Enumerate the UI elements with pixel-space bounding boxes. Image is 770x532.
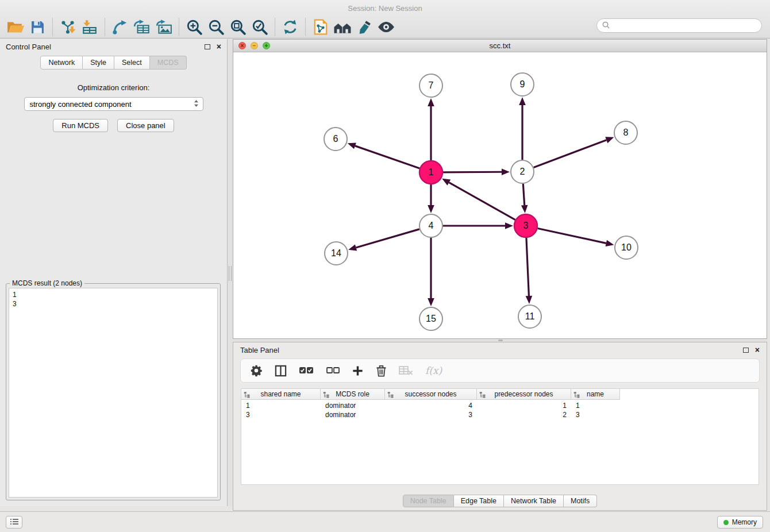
mcds-result-line: 1 xyxy=(9,288,217,299)
toolbar-separator xyxy=(105,18,105,36)
search-box[interactable] xyxy=(596,18,762,33)
export-image-button[interactable] xyxy=(153,17,175,37)
network-window-titlebar[interactable]: × − + scc.txt xyxy=(233,40,767,52)
apply-layout-button[interactable] xyxy=(279,17,301,37)
search-input[interactable] xyxy=(613,22,756,30)
cell-successor: 4 xyxy=(385,402,477,410)
graph-node-3[interactable]: 3 xyxy=(514,214,537,237)
graph-edge-1-2[interactable] xyxy=(443,168,510,175)
graph-edge-4-15[interactable] xyxy=(428,238,434,306)
deselect-all-button[interactable] xyxy=(326,365,340,376)
graph-edge-4-3[interactable] xyxy=(443,222,513,229)
window-titlebar: Session: New Session xyxy=(0,0,770,16)
column-header-predecessor[interactable]: predecessor nodes xyxy=(477,389,571,400)
tab-edge-table[interactable]: Edge Table xyxy=(454,495,504,507)
tab-style[interactable]: Style xyxy=(83,56,114,70)
import-table-button[interactable] xyxy=(79,17,101,37)
graph-node-label: 10 xyxy=(621,242,632,252)
cell-name: 3 xyxy=(571,411,620,419)
vertical-panel-splitter[interactable] xyxy=(228,39,233,506)
first-neighbors-button[interactable] xyxy=(332,17,353,37)
graph-node-2[interactable]: 2 xyxy=(511,160,534,183)
network-graph[interactable]: 7968124314101511 xyxy=(233,52,767,338)
table-row[interactable]: 3dominator323 xyxy=(241,410,759,419)
graph-node-4[interactable]: 4 xyxy=(419,214,442,237)
column-header-mcds_role[interactable]: MCDS role xyxy=(321,389,385,400)
zoom-in-button[interactable] xyxy=(183,17,205,37)
graph-edge-2-3[interactable] xyxy=(521,184,528,213)
graph-node-9[interactable]: 9 xyxy=(511,73,534,96)
select-all-icon xyxy=(299,365,314,376)
open-session-button[interactable] xyxy=(5,17,26,37)
show-column-panel-button[interactable] xyxy=(275,365,287,377)
graph-node-11[interactable]: 11 xyxy=(518,305,541,328)
function-builder-button[interactable]: f(x) xyxy=(425,365,442,376)
zoom-out-button[interactable] xyxy=(205,17,227,37)
minimize-window-button[interactable]: − xyxy=(251,42,258,49)
node-table[interactable]: shared nameMCDS rolesuccessor nodesprede… xyxy=(241,388,759,485)
tab-network[interactable]: Network xyxy=(40,56,83,70)
show-hide-button[interactable] xyxy=(375,17,397,37)
top-bar: Session: New Session xyxy=(0,0,770,38)
refresh-icon xyxy=(282,19,298,35)
graph-edge-3-10[interactable] xyxy=(538,228,614,246)
graph-node-14[interactable]: 14 xyxy=(325,242,348,265)
graph-node-1[interactable]: 1 xyxy=(419,161,442,184)
graph-edge-1-6[interactable] xyxy=(348,142,419,168)
graph-node-7[interactable]: 7 xyxy=(419,74,442,97)
optimization-criterion-select[interactable]: strongly connected component xyxy=(24,97,203,111)
graph-edge-1-4[interactable] xyxy=(428,184,434,213)
plus-icon xyxy=(352,365,364,377)
run-mcds-button[interactable]: Run MCDS xyxy=(53,119,108,132)
attribute-icon xyxy=(479,391,486,398)
export-table-button[interactable] xyxy=(131,17,153,37)
tab-mcds[interactable]: MCDS xyxy=(150,56,187,70)
network-canvas[interactable]: 7968124314101511 xyxy=(233,52,767,338)
annotation-brush-button[interactable] xyxy=(353,17,375,37)
column-header-name[interactable]: name xyxy=(571,389,620,400)
close-panel-icon[interactable]: × xyxy=(217,44,221,49)
network-document-button[interactable] xyxy=(310,17,332,37)
table-row[interactable]: 1dominator411 xyxy=(241,401,759,410)
graph-edge-2-8[interactable] xyxy=(534,137,614,167)
graph-edge-4-14[interactable] xyxy=(348,229,419,251)
tab-network-table[interactable]: Network Table xyxy=(504,495,564,507)
select-all-button[interactable] xyxy=(299,365,314,376)
zoom-fit-button[interactable] xyxy=(227,17,249,37)
delete-column-button[interactable] xyxy=(376,365,387,377)
import-network-button[interactable] xyxy=(57,17,79,37)
column-header-shared_name[interactable]: shared name xyxy=(241,389,321,400)
graph-edge-3-11[interactable] xyxy=(526,238,533,304)
cell-predecessor: 2 xyxy=(477,411,571,419)
close-window-button[interactable]: × xyxy=(238,42,246,49)
graph-edge-1-7[interactable] xyxy=(428,98,434,160)
tab-select[interactable]: Select xyxy=(114,56,150,70)
add-column-button[interactable] xyxy=(352,365,364,377)
zoom-selected-button[interactable] xyxy=(249,17,271,37)
task-list-icon xyxy=(10,518,19,527)
graph-node-15[interactable]: 15 xyxy=(419,307,442,330)
float-table-panel-icon[interactable] xyxy=(743,348,749,353)
graph-node-6[interactable]: 6 xyxy=(324,128,347,151)
control-panel-title: Control Panel xyxy=(6,43,51,51)
memory-label: Memory xyxy=(732,518,757,526)
save-session-button[interactable] xyxy=(26,17,48,37)
graph-edge-2-9[interactable] xyxy=(519,97,526,160)
graph-edge-3-1[interactable] xyxy=(442,179,515,220)
graph-node-10[interactable]: 10 xyxy=(615,236,638,259)
toolbar-separator xyxy=(52,18,53,36)
task-history-button[interactable] xyxy=(6,516,22,529)
close-panel-button[interactable]: Close panel xyxy=(117,119,174,132)
close-table-panel-icon[interactable]: × xyxy=(755,347,760,353)
mcds-result-list[interactable]: 13 xyxy=(9,288,218,498)
graph-node-8[interactable]: 8 xyxy=(614,121,637,144)
column-header-successor[interactable]: successor nodes xyxy=(385,389,477,400)
tab-motifs[interactable]: Motifs xyxy=(564,495,597,507)
delete-table-button[interactable] xyxy=(399,365,413,376)
memory-button[interactable]: Memory xyxy=(717,516,763,529)
tab-node-table[interactable]: Node Table xyxy=(403,495,454,507)
maximize-window-button[interactable]: + xyxy=(263,42,270,49)
float-panel-icon[interactable] xyxy=(205,44,210,49)
export-network-button[interactable] xyxy=(109,17,131,37)
table-options-button[interactable] xyxy=(250,364,263,377)
